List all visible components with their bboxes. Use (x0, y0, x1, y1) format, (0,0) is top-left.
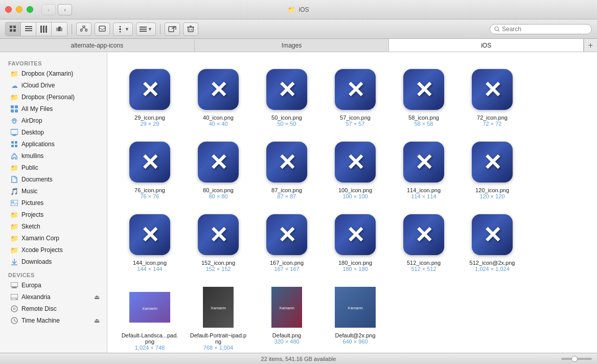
sidebar-item-xamarin-corp[interactable]: 📁 Xamarin Corp (2, 233, 105, 244)
file-name: Default-Landsca...pad.png (121, 332, 179, 345)
file-item[interactable]: 50_icon.png 50 × 50 (254, 61, 320, 132)
sidebar-item-remote-disc[interactable]: Remote Disc (2, 303, 105, 314)
sidebar-item-sketch[interactable]: 📁 Sketch (2, 221, 105, 232)
column-view-button[interactable] (36, 22, 52, 36)
sidebar-item-europa[interactable]: Europa (2, 280, 105, 291)
sidebar-item-label: Pictures (21, 199, 100, 207)
file-item[interactable]: 58_icon.png 58 × 58 (391, 61, 457, 132)
icon-view-button[interactable] (6, 22, 21, 36)
sidebar-item-applications[interactable]: Applications (2, 139, 105, 150)
file-item[interactable]: Xamarin Default.png 320 × 480 (254, 279, 320, 353)
add-tab-button[interactable]: + (584, 39, 597, 52)
sidebar-item-xcode-projects[interactable]: 📁 Xcode Projects (2, 244, 105, 256)
sidebar-item-icloud-drive[interactable]: ☁ iCloud Drive (2, 80, 105, 91)
file-item[interactable]: 180_icon.png 180 × 180 (322, 207, 388, 277)
svg-rect-45 (15, 145, 17, 147)
file-item[interactable]: 152_icon.png 152 × 152 (185, 207, 251, 277)
svg-rect-34 (11, 105, 14, 108)
file-item[interactable]: 100_icon.png 100 × 100 (322, 134, 388, 204)
sidebar-item-pictures[interactable]: Pictures (2, 197, 105, 209)
eject-button[interactable]: ⏏ (94, 293, 100, 301)
tab-ios[interactable]: iOS (389, 39, 584, 52)
svg-rect-9 (45, 26, 47, 33)
file-item[interactable]: 512_icon@2x.png 1,024 × 1,024 (459, 207, 525, 277)
action-button[interactable]: ▼ (113, 22, 133, 36)
file-size: 180 × 180 (342, 266, 368, 272)
sidebar-item-music[interactable]: 🎵 Music (2, 186, 105, 197)
sidebar-item-downloads[interactable]: Downloads (2, 256, 105, 267)
search-box[interactable] (490, 24, 592, 34)
toolbar-separator-1 (72, 24, 72, 34)
file-item[interactable]: 120_icon.png 120 × 120 (459, 134, 525, 204)
close-button[interactable] (5, 6, 12, 13)
file-item[interactable]: Xamarin Default-Landsca...pad.png 1,024 … (117, 279, 183, 353)
file-thumbnail (266, 142, 307, 183)
list-view-button[interactable] (21, 22, 36, 36)
file-name: 152_icon.png (201, 260, 235, 266)
share2-button[interactable] (165, 22, 180, 36)
file-thumbnail (335, 69, 376, 110)
sidebar-item-label: Music (21, 188, 100, 195)
file-item[interactable]: 72_icon.png 72 × 72 (459, 61, 525, 132)
file-thumbnail (266, 69, 307, 110)
sidebar-item-desktop[interactable]: Desktop (2, 127, 105, 138)
file-item[interactable]: Xamarin Default@2x.png 640 × 960 (322, 279, 388, 353)
file-size: 87 × 87 (277, 193, 296, 199)
file-thumb-wrapper (401, 212, 447, 258)
file-item[interactable]: 57_icon.png 57 × 57 (322, 61, 388, 132)
sidebar-item-airdrop[interactable]: AirDrop (2, 115, 105, 126)
sidebar-item-projects[interactable]: 📁 Projects (2, 209, 105, 220)
delete-button[interactable] (183, 22, 198, 36)
sidebar-item-public[interactable]: 📁 Public (2, 162, 105, 173)
svg-rect-3 (13, 29, 16, 32)
path-button[interactable] (95, 22, 110, 36)
sidebar-item-label: Desktop (21, 129, 100, 136)
zoom-slider[interactable] (561, 358, 592, 360)
file-size: 512 × 512 (411, 266, 436, 272)
minimize-button[interactable] (16, 6, 22, 13)
sidebar-item-alexandria[interactable]: Alexandria ⏏ (2, 291, 105, 303)
zoom-slider-thumb[interactable] (571, 356, 578, 362)
file-item[interactable]: 144_icon.png 144 × 144 (117, 207, 183, 277)
tab-alternate-app-icons[interactable]: alternate-app-icons (0, 39, 195, 52)
file-thumb-wrapper: Xamarin (264, 284, 310, 330)
file-item[interactable]: 80_icon.png 80 × 80 (185, 134, 251, 204)
sidebar-item-time-machine[interactable]: Time Machine ⏏ (2, 315, 105, 326)
drive-icon (10, 293, 18, 301)
maximize-button[interactable] (27, 6, 33, 13)
sidebar-item-dropbox-personal[interactable]: 📁 Dropbox (Personal) (2, 92, 105, 103)
file-item[interactable]: 76_icon.png 76 × 76 (117, 134, 183, 204)
file-item[interactable]: 167_icon.png 167 × 167 (254, 207, 320, 277)
file-name: 50_icon.png (271, 115, 302, 121)
folder-icon: 📁 (10, 93, 18, 101)
file-item[interactable]: 512_icon.png 512 × 512 (391, 207, 457, 277)
file-thumb-wrapper (127, 212, 173, 258)
file-name: 114_icon.png (407, 187, 441, 193)
coverflow-view-button[interactable] (52, 22, 67, 36)
file-thumb-wrapper (127, 66, 173, 112)
sidebar-item-documents[interactable]: Documents (2, 174, 105, 185)
file-item[interactable]: 40_icon.png 40 × 40 (185, 61, 251, 132)
share-button[interactable] (76, 22, 91, 36)
sidebar-item-kmullins[interactable]: kmullins (2, 150, 105, 162)
back-button[interactable]: ‹ (41, 4, 56, 15)
file-item[interactable]: 114_icon.png 114 × 114 (391, 134, 457, 204)
file-item[interactable]: 87_icon.png 87 × 87 (254, 134, 320, 204)
sidebar-item-all-my-files[interactable]: All My Files (2, 103, 105, 115)
file-item[interactable]: Xamarin Default-Portrait~ipad.png 768 × … (185, 279, 251, 353)
view-mode-group (5, 22, 67, 36)
forward-button[interactable]: › (58, 4, 72, 15)
folder-icon: 📁 (288, 6, 295, 13)
eject-button[interactable]: ⏏ (94, 317, 100, 324)
sidebar-item-label: Xcode Projects (21, 246, 100, 254)
window-title-area: 📁 iOS (288, 6, 309, 13)
arrange-button[interactable]: ▼ (136, 22, 156, 36)
file-item[interactable]: 29_icon.png 29 × 29 (117, 61, 183, 132)
sidebar-item-dropbox-xamarin[interactable]: 📁 Dropbox (Xamarin) (2, 68, 105, 79)
svg-rect-46 (11, 200, 18, 206)
tab-images[interactable]: Images (195, 39, 389, 52)
sidebar-item-label: Alexandria (21, 293, 91, 301)
desktop-icon (10, 128, 18, 136)
search-input[interactable] (502, 26, 587, 33)
folder-icon: 📁 (10, 222, 18, 231)
